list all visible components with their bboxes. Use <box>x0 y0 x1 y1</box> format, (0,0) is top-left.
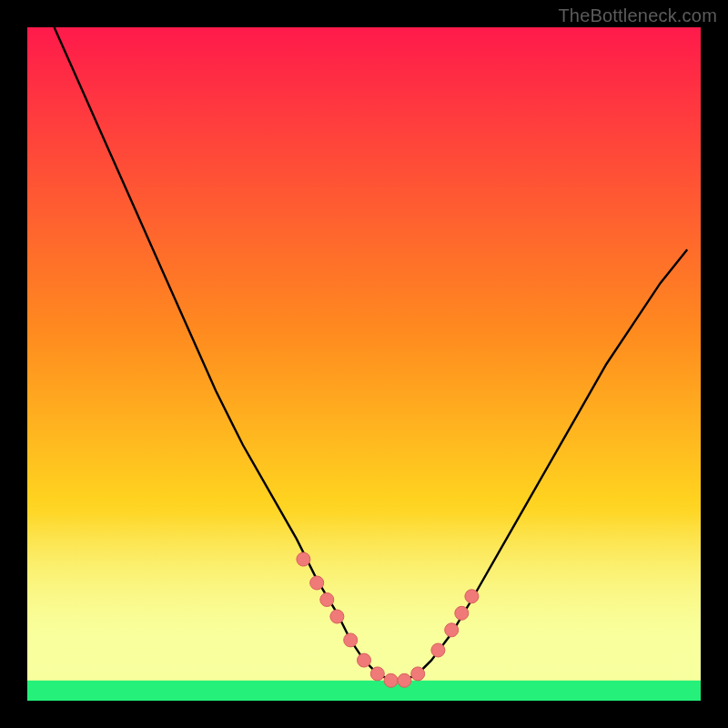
curve-marker <box>465 590 479 603</box>
curve-marker <box>358 653 371 667</box>
curve-marker <box>297 552 310 566</box>
curve-marker <box>431 643 445 657</box>
chart-plot <box>27 27 701 701</box>
curve-marker <box>330 610 344 623</box>
chart-stage: TheBottleneck.com <box>0 0 728 728</box>
curve-marker <box>344 633 358 647</box>
curve-marker <box>411 667 425 681</box>
curve-marker <box>455 606 469 620</box>
curve-marker <box>398 673 411 687</box>
curve-marker <box>445 623 459 637</box>
curve-marker <box>310 576 324 590</box>
curve-marker <box>384 673 398 687</box>
bottom-green-band <box>27 681 701 701</box>
watermark-text: TheBottleneck.com <box>558 5 717 26</box>
curve-marker <box>320 593 334 607</box>
curve-marker <box>370 667 384 681</box>
